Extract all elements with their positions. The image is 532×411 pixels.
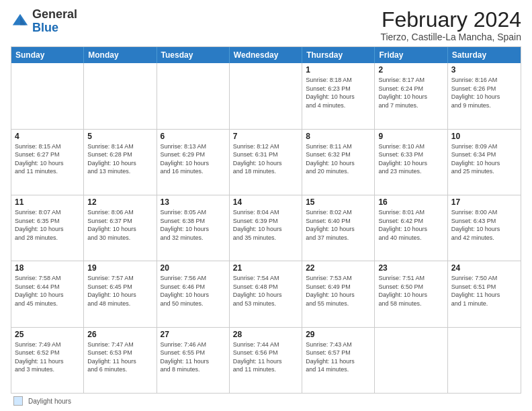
calendar-row: 11Sunrise: 8:07 AM Sunset: 6:35 PM Dayli… bbox=[11, 195, 521, 261]
calendar-cell: 4Sunrise: 8:15 AM Sunset: 6:27 PM Daylig… bbox=[11, 130, 84, 195]
day-info: Sunrise: 7:43 AM Sunset: 6:57 PM Dayligh… bbox=[306, 340, 371, 374]
calendar-cell: 27Sunrise: 7:46 AM Sunset: 6:55 PM Dayli… bbox=[157, 328, 230, 393]
day-number: 6 bbox=[161, 132, 226, 141]
day-info: Sunrise: 7:57 AM Sunset: 6:45 PM Dayligh… bbox=[87, 274, 152, 308]
day-info: Sunrise: 8:16 AM Sunset: 6:26 PM Dayligh… bbox=[451, 76, 517, 109]
calendar-cell: 11Sunrise: 8:07 AM Sunset: 6:35 PM Dayli… bbox=[11, 195, 84, 261]
logo-general: General bbox=[32, 7, 77, 21]
day-number: 20 bbox=[161, 263, 226, 273]
legend-box bbox=[13, 396, 23, 406]
calendar-cell: 26Sunrise: 7:47 AM Sunset: 6:53 PM Dayli… bbox=[84, 328, 157, 393]
calendar-row: 25Sunrise: 7:49 AM Sunset: 6:52 PM Dayli… bbox=[11, 327, 521, 393]
page: General Blue February 2024 Tierzo, Casti… bbox=[0, 0, 532, 411]
day-number: 18 bbox=[15, 263, 80, 273]
calendar-header-cell: Wednesday bbox=[230, 47, 302, 63]
day-number: 8 bbox=[306, 132, 371, 141]
day-number: 29 bbox=[306, 330, 371, 339]
page-header: General Blue February 2024 Tierzo, Casti… bbox=[11, 8, 521, 42]
day-info: Sunrise: 8:04 AM Sunset: 6:39 PM Dayligh… bbox=[233, 208, 298, 242]
day-number: 22 bbox=[306, 263, 371, 273]
legend: Daylight hours bbox=[11, 396, 521, 406]
calendar-header-cell: Monday bbox=[84, 47, 157, 63]
logo: General Blue bbox=[11, 8, 77, 35]
calendar-header-cell: Sunday bbox=[11, 47, 84, 63]
day-number: 19 bbox=[87, 263, 152, 273]
calendar-header-cell: Saturday bbox=[448, 47, 521, 63]
logo-blue: Blue bbox=[32, 21, 58, 34]
calendar-cell: 21Sunrise: 7:54 AM Sunset: 6:48 PM Dayli… bbox=[230, 261, 302, 326]
day-number: 15 bbox=[306, 197, 371, 207]
calendar-cell: 25Sunrise: 7:49 AM Sunset: 6:52 PM Dayli… bbox=[11, 328, 84, 393]
calendar-cell: 12Sunrise: 8:06 AM Sunset: 6:37 PM Dayli… bbox=[84, 195, 157, 261]
day-number: 9 bbox=[378, 132, 443, 141]
logo-text: General Blue bbox=[32, 8, 77, 35]
calendar-cell: 20Sunrise: 7:56 AM Sunset: 6:46 PM Dayli… bbox=[157, 261, 230, 326]
day-info: Sunrise: 8:13 AM Sunset: 6:29 PM Dayligh… bbox=[161, 142, 226, 176]
calendar-cell: 22Sunrise: 7:53 AM Sunset: 6:49 PM Dayli… bbox=[302, 261, 375, 326]
day-info: Sunrise: 7:53 AM Sunset: 6:49 PM Dayligh… bbox=[306, 274, 371, 308]
day-number: 16 bbox=[378, 197, 443, 207]
day-number: 24 bbox=[451, 263, 517, 273]
day-number: 11 bbox=[15, 197, 80, 207]
day-info: Sunrise: 7:49 AM Sunset: 6:52 PM Dayligh… bbox=[15, 340, 80, 374]
day-info: Sunrise: 7:56 AM Sunset: 6:46 PM Dayligh… bbox=[161, 274, 226, 308]
day-info: Sunrise: 8:07 AM Sunset: 6:35 PM Dayligh… bbox=[15, 208, 80, 242]
day-info: Sunrise: 8:01 AM Sunset: 6:42 PM Dayligh… bbox=[378, 208, 443, 242]
calendar-cell: 13Sunrise: 8:05 AM Sunset: 6:38 PM Dayli… bbox=[157, 195, 230, 261]
day-number: 2 bbox=[378, 65, 443, 75]
day-info: Sunrise: 8:09 AM Sunset: 6:34 PM Dayligh… bbox=[451, 142, 517, 176]
day-number: 17 bbox=[451, 197, 517, 207]
day-info: Sunrise: 8:12 AM Sunset: 6:31 PM Dayligh… bbox=[233, 142, 298, 176]
calendar-cell bbox=[230, 63, 302, 128]
calendar-cell: 10Sunrise: 8:09 AM Sunset: 6:34 PM Dayli… bbox=[448, 130, 521, 195]
day-info: Sunrise: 7:50 AM Sunset: 6:51 PM Dayligh… bbox=[451, 274, 517, 308]
day-info: Sunrise: 8:15 AM Sunset: 6:27 PM Dayligh… bbox=[15, 142, 80, 176]
day-info: Sunrise: 8:02 AM Sunset: 6:40 PM Dayligh… bbox=[306, 208, 371, 242]
day-number: 28 bbox=[233, 330, 298, 339]
day-number: 26 bbox=[87, 330, 152, 339]
location-subtitle: Tierzo, Castille-La Mancha, Spain bbox=[380, 32, 521, 42]
day-number: 14 bbox=[233, 197, 298, 207]
calendar-cell: 15Sunrise: 8:02 AM Sunset: 6:40 PM Dayli… bbox=[302, 195, 375, 261]
calendar-header-cell: Tuesday bbox=[157, 47, 230, 63]
day-number: 13 bbox=[161, 197, 226, 207]
day-info: Sunrise: 8:11 AM Sunset: 6:32 PM Dayligh… bbox=[306, 142, 371, 176]
calendar-cell: 8Sunrise: 8:11 AM Sunset: 6:32 PM Daylig… bbox=[302, 130, 375, 195]
main-title: February 2024 bbox=[380, 8, 521, 32]
day-info: Sunrise: 8:17 AM Sunset: 6:24 PM Dayligh… bbox=[378, 76, 443, 109]
calendar-cell: 5Sunrise: 8:14 AM Sunset: 6:28 PM Daylig… bbox=[84, 130, 157, 195]
calendar-cell bbox=[448, 328, 521, 393]
day-info: Sunrise: 7:44 AM Sunset: 6:56 PM Dayligh… bbox=[233, 340, 298, 374]
day-info: Sunrise: 8:14 AM Sunset: 6:28 PM Dayligh… bbox=[87, 142, 152, 176]
calendar-cell: 24Sunrise: 7:50 AM Sunset: 6:51 PM Dayli… bbox=[448, 261, 521, 326]
calendar-body: 1Sunrise: 8:18 AM Sunset: 6:23 PM Daylig… bbox=[11, 63, 521, 393]
calendar-header: SundayMondayTuesdayWednesdayThursdayFrid… bbox=[11, 47, 521, 63]
day-info: Sunrise: 7:51 AM Sunset: 6:50 PM Dayligh… bbox=[378, 274, 443, 308]
day-number: 1 bbox=[306, 65, 371, 75]
calendar-cell: 9Sunrise: 8:10 AM Sunset: 6:33 PM Daylig… bbox=[375, 130, 447, 195]
day-number: 21 bbox=[233, 263, 298, 273]
day-info: Sunrise: 8:10 AM Sunset: 6:33 PM Dayligh… bbox=[378, 142, 443, 176]
calendar-cell bbox=[375, 328, 447, 393]
calendar: SundayMondayTuesdayWednesdayThursdayFrid… bbox=[11, 46, 521, 394]
day-number: 12 bbox=[87, 197, 152, 207]
day-info: Sunrise: 8:18 AM Sunset: 6:23 PM Dayligh… bbox=[306, 76, 371, 109]
calendar-header-cell: Friday bbox=[375, 47, 447, 63]
calendar-cell: 28Sunrise: 7:44 AM Sunset: 6:56 PM Dayli… bbox=[230, 328, 302, 393]
day-number: 23 bbox=[378, 263, 443, 273]
calendar-cell: 29Sunrise: 7:43 AM Sunset: 6:57 PM Dayli… bbox=[302, 328, 375, 393]
calendar-cell: 23Sunrise: 7:51 AM Sunset: 6:50 PM Dayli… bbox=[375, 261, 447, 326]
legend-label: Daylight hours bbox=[28, 398, 71, 405]
calendar-cell: 6Sunrise: 8:13 AM Sunset: 6:29 PM Daylig… bbox=[157, 130, 230, 195]
calendar-cell: 18Sunrise: 7:58 AM Sunset: 6:44 PM Dayli… bbox=[11, 261, 84, 326]
calendar-cell: 19Sunrise: 7:57 AM Sunset: 6:45 PM Dayli… bbox=[84, 261, 157, 326]
calendar-row: 1Sunrise: 8:18 AM Sunset: 6:23 PM Daylig… bbox=[11, 63, 521, 128]
calendar-cell: 7Sunrise: 8:12 AM Sunset: 6:31 PM Daylig… bbox=[230, 130, 302, 195]
day-number: 7 bbox=[233, 132, 298, 141]
day-info: Sunrise: 7:47 AM Sunset: 6:53 PM Dayligh… bbox=[87, 340, 152, 374]
calendar-header-cell: Thursday bbox=[302, 47, 375, 63]
calendar-row: 18Sunrise: 7:58 AM Sunset: 6:44 PM Dayli… bbox=[11, 261, 521, 326]
calendar-cell bbox=[11, 63, 84, 128]
day-number: 10 bbox=[451, 132, 517, 141]
day-info: Sunrise: 8:06 AM Sunset: 6:37 PM Dayligh… bbox=[87, 208, 152, 242]
